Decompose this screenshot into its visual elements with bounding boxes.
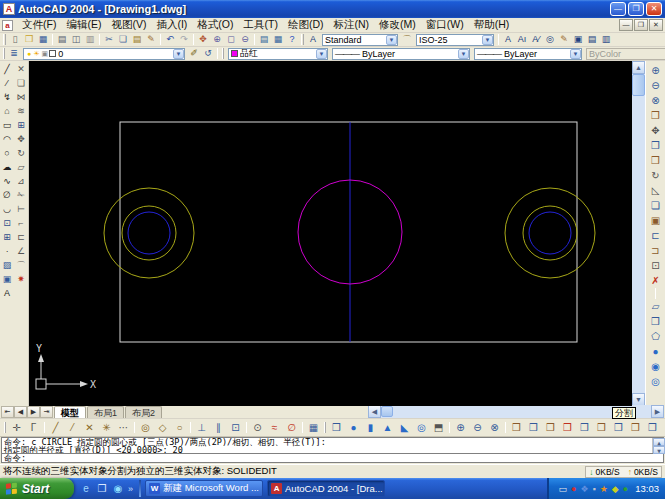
- make-block-button[interactable]: ⊞: [1, 230, 14, 244]
- menu-item-1[interactable]: 文件(F): [17, 17, 61, 33]
- scroll-left-button[interactable]: ◀: [368, 405, 381, 418]
- insert-block-button[interactable]: ⊡: [1, 216, 14, 230]
- color-faces-button[interactable]: ▣: [648, 213, 664, 228]
- copy-edges-button[interactable]: ⊏: [648, 228, 664, 243]
- command-scroll-down[interactable]: ▼: [653, 446, 665, 454]
- snap-to-quadrant-button[interactable]: ◇: [154, 420, 171, 436]
- hatch-button[interactable]: ▨: [1, 258, 14, 272]
- wedge-button[interactable]: ◣: [396, 420, 413, 436]
- break-at-point-button[interactable]: ⌐: [15, 216, 28, 230]
- snap-to-extension-button[interactable]: ⋯: [115, 420, 132, 436]
- construction-line-button[interactable]: ⁄: [1, 76, 14, 90]
- snap-to-none-button[interactable]: ∅: [283, 420, 300, 436]
- circle-button[interactable]: ○: [1, 146, 14, 160]
- command-scrollbar[interactable]: ▲ ▼: [652, 438, 664, 453]
- tray-icon-2[interactable]: ●: [571, 484, 576, 494]
- offset-button[interactable]: ≋: [15, 104, 28, 118]
- offset-faces-lower-button[interactable]: ❒: [542, 420, 559, 436]
- layer-manager-button[interactable]: ≣: [7, 47, 21, 60]
- check-button[interactable]: ⬠: [648, 329, 664, 344]
- box-button[interactable]: ❒: [328, 420, 345, 436]
- temporary-track-point-button[interactable]: ✛: [8, 420, 25, 436]
- vertical-scrollbar[interactable]: ▲ ▼: [632, 61, 645, 406]
- layer-previous-button[interactable]: ↺: [201, 47, 215, 60]
- color-edges-button[interactable]: ⊐: [648, 243, 664, 258]
- edit-text-button[interactable]: A⁄: [529, 33, 543, 46]
- menu-item-2[interactable]: 编辑(E): [61, 17, 106, 33]
- make-object-layer-current-button[interactable]: ✐: [187, 47, 201, 60]
- layer-dropdown[interactable]: ● ☀ ▣ 0 ▼: [23, 48, 185, 60]
- task-button-1[interactable]: W新建 Microsoft Word ...: [145, 480, 263, 497]
- tray-icon-3[interactable]: ❖: [581, 484, 589, 494]
- color-faces-lower-button[interactable]: ❒: [627, 420, 644, 436]
- fillet-button[interactable]: ⌒: [15, 258, 28, 272]
- scroll-right-button[interactable]: ▶: [651, 405, 664, 418]
- intersect-button[interactable]: ⊗: [648, 93, 664, 108]
- erase-button[interactable]: ✕: [15, 62, 28, 76]
- tab-next-button[interactable]: ▶: [27, 406, 40, 418]
- command-history[interactable]: 命令: c CIRCLE 指定圆的圆心或 [三点(3P)/两点(2P)/相切、相…: [1, 437, 664, 454]
- pan-realtime-button[interactable]: ✥: [196, 33, 210, 46]
- command-scroll-up[interactable]: ▲: [653, 438, 665, 446]
- tab-prev-button[interactable]: ◀: [14, 406, 27, 418]
- toolbar-grip[interactable]: [3, 34, 6, 45]
- close-button[interactable]: ✕: [646, 2, 662, 16]
- dim-style-icon-button[interactable]: ⌒: [400, 33, 414, 46]
- subtract-lower-button[interactable]: ⊖: [469, 420, 486, 436]
- color-dropdown[interactable]: 品红 ▼: [228, 48, 328, 60]
- union-lower-button[interactable]: ⊕: [452, 420, 469, 436]
- arc-button[interactable]: ◠: [1, 132, 14, 146]
- taper-faces-button[interactable]: ◺: [648, 183, 664, 198]
- toolbar-grip[interactable]: [324, 422, 326, 433]
- stretch-button[interactable]: ⊿: [15, 174, 28, 188]
- chevron-down-icon[interactable]: ▼: [173, 49, 184, 59]
- ellipse-button[interactable]: ∅: [1, 188, 14, 202]
- menu-item-4[interactable]: 插入(I): [151, 17, 192, 33]
- menu-item-7[interactable]: 绘图(D): [283, 17, 329, 33]
- snap-to-center-button[interactable]: ◎: [137, 420, 154, 436]
- snap-to-nearest-button[interactable]: ≈: [266, 420, 283, 436]
- point-button[interactable]: ∙: [1, 244, 14, 258]
- tray-icon-4[interactable]: ▪: [593, 484, 596, 494]
- quicklaunch-show-desktop-icon[interactable]: ❐: [95, 483, 109, 494]
- toolbar-grip[interactable]: [4, 422, 6, 433]
- zoom-previous-button[interactable]: ⊖: [238, 33, 252, 46]
- chamfer-button[interactable]: ∠: [15, 244, 28, 258]
- menu-item-8[interactable]: 标注(N): [329, 17, 375, 33]
- paste-button[interactable]: ▤: [130, 33, 144, 46]
- line-button[interactable]: ╱: [1, 62, 14, 76]
- shell-button[interactable]: ❒: [648, 314, 664, 329]
- copy-faces-button[interactable]: ❏: [648, 198, 664, 213]
- trim-button[interactable]: ✁: [15, 188, 28, 202]
- tab-last-button[interactable]: ⇥: [40, 406, 53, 418]
- open-button[interactable]: ❒: [22, 33, 36, 46]
- copy-to-clipboard-button[interactable]: ❏: [116, 33, 130, 46]
- delete-faces-button[interactable]: ❒: [648, 153, 664, 168]
- justify-text-button[interactable]: ▤: [585, 33, 599, 46]
- menu-item-10[interactable]: 窗口(W): [421, 17, 469, 33]
- chevron-down-icon[interactable]: ▼: [570, 49, 581, 59]
- scroll-thumb[interactable]: [632, 74, 645, 96]
- chevron-down-icon[interactable]: ▼: [482, 35, 493, 45]
- sphere-button[interactable]: ●: [345, 420, 362, 436]
- separate-button[interactable]: ▱: [648, 299, 664, 314]
- hscroll-thumb[interactable]: [381, 406, 393, 417]
- tab-1[interactable]: 模型: [54, 406, 86, 418]
- move-faces-button[interactable]: ✥: [648, 123, 664, 138]
- extrude-faces-lower-button[interactable]: ❒: [508, 420, 525, 436]
- toolbar-grip[interactable]: [3, 48, 5, 59]
- extrude-faces-button[interactable]: ❒: [648, 108, 664, 123]
- plot-preview-button[interactable]: ◫: [69, 33, 83, 46]
- move-button[interactable]: ✥: [15, 132, 28, 146]
- spline-button[interactable]: ∿: [1, 174, 14, 188]
- text-style-dropdown[interactable]: Standard ▼: [322, 34, 398, 46]
- help-button[interactable]: ?: [285, 33, 299, 46]
- zoom-window-button[interactable]: ◻: [224, 33, 238, 46]
- scale-button[interactable]: ▱: [15, 160, 28, 174]
- convert-text-button[interactable]: ▥: [599, 33, 613, 46]
- rectangle-button[interactable]: ▭: [1, 118, 14, 132]
- restore-button[interactable]: ❐: [628, 2, 644, 16]
- child-close-button[interactable]: ✕: [649, 19, 663, 31]
- mtext-button[interactable]: A: [501, 33, 515, 46]
- save-button[interactable]: ▦: [36, 33, 50, 46]
